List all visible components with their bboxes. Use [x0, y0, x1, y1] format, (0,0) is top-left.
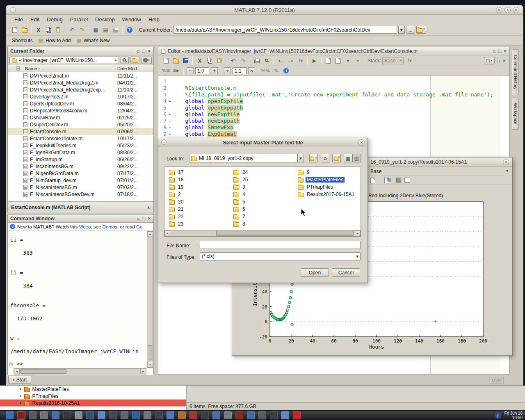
breadcrumb[interactable]: « InovImager_jwrCF_WINLinx150...: [9, 57, 119, 64]
expander-icon[interactable]: [20, 401, 22, 405]
new-script-button[interactable]: [10, 25, 19, 34]
shortcut-how-to-add[interactable]: How to Add: [46, 38, 71, 43]
open-file-button[interactable]: [20, 25, 29, 34]
folder-item[interactable]: 25: [233, 176, 295, 183]
maximize-panel-icon[interactable]: [498, 49, 501, 53]
code-line[interactable]: 5- global openExppath: [158, 105, 509, 111]
app-23-icon[interactable]: [258, 411, 266, 419]
panel-actions-button[interactable]: [141, 57, 152, 64]
folder-item[interactable]: 5: [233, 198, 295, 205]
folder-item[interactable]: 9: [297, 169, 359, 176]
paste-button[interactable]: [54, 25, 62, 34]
file-row[interactable]: F_NImStartup_dev.m07/01/2...: [8, 177, 153, 184]
app-24-icon[interactable]: [270, 411, 278, 419]
find-button[interactable]: [262, 56, 271, 65]
menu-help[interactable]: Help: [145, 15, 163, 24]
increment-value-button[interactable]: [211, 67, 218, 74]
shade-window-icon[interactable]: [496, 7, 502, 13]
find-files-button[interactable]: fx: [405, 56, 413, 65]
editor-icon[interactable]: [40, 411, 48, 419]
getting-started-link[interactable]: Ge: [136, 224, 142, 229]
file-row[interactable]: F_NIscanIntensBG.m07/03/2...: [8, 184, 153, 191]
code-line[interactable]: 9- global ExpOutmat: [158, 131, 509, 137]
software-update-icon[interactable]: [293, 411, 301, 419]
tab-workspace[interactable]: Workspace: [512, 98, 519, 130]
code-line[interactable]: 1: [158, 78, 509, 85]
save-button[interactable]: [181, 56, 190, 65]
scrollbar-thumb[interactable]: [148, 345, 152, 360]
expand-details-icon[interactable]: [147, 205, 150, 210]
cut-button[interactable]: [195, 56, 204, 65]
cancel-button[interactable]: Cancel: [332, 268, 360, 277]
clear-breakpoints-button[interactable]: ●: [334, 56, 342, 65]
gray-swatch-icon[interactable]: [396, 178, 401, 183]
command-window-titlebar[interactable]: Command Window: [8, 215, 153, 223]
go-forward-button[interactable]: [286, 56, 295, 65]
profiler-button[interactable]: [111, 25, 120, 34]
close-editor-icon[interactable]: [502, 58, 506, 63]
app-14-icon[interactable]: [155, 411, 163, 419]
dialog-menu-icon[interactable]: [161, 139, 167, 145]
folder-item[interactable]: 19: [168, 183, 231, 191]
editor-titlebar[interactable]: Editor - /media/data/EASY/InovImager_jwr…: [158, 47, 509, 55]
file-row[interactable]: DMPexcel2mat.m11/11/2...: [8, 72, 153, 79]
folder-item[interactable]: MasterPlateFiles: [297, 176, 359, 183]
folder-item[interactable]: 8: [233, 220, 295, 228]
decrement-value-button[interactable]: [187, 67, 194, 74]
list-view-button[interactable]: [344, 154, 352, 162]
new-folder-button[interactable]: [332, 154, 341, 162]
undock-editor-icon[interactable]: [497, 58, 500, 63]
dialog-titlebar[interactable]: Select input Master Plate text file: [158, 138, 368, 147]
file-row[interactable]: DpertsUploadDev.m08/04/2...: [8, 100, 153, 107]
insert-cell-button[interactable]: [162, 66, 170, 75]
expander-icon[interactable]: [20, 387, 22, 391]
app-12-icon[interactable]: [132, 411, 140, 419]
undock-icon[interactable]: [137, 49, 139, 53]
close-window-icon[interactable]: [513, 7, 519, 13]
undo-button[interactable]: [68, 25, 76, 34]
app-25-icon[interactable]: [281, 411, 289, 419]
gimp-icon[interactable]: [178, 411, 186, 419]
date-column-header[interactable]: Date Mod...: [117, 66, 153, 71]
scrollbar-thumb[interactable]: [21, 369, 66, 374]
command-horizontal-scrollbar[interactable]: [14, 368, 146, 374]
name-column-header[interactable]: Name: [25, 66, 37, 71]
evaluate-cell-button[interactable]: [172, 66, 180, 75]
new-document-icon[interactable]: [370, 178, 375, 183]
command-vertical-scrollbar[interactable]: [147, 231, 153, 368]
maximize-window-icon[interactable]: [504, 7, 511, 13]
chevron-down-icon[interactable]: [506, 169, 508, 173]
go-back-button[interactable]: [276, 56, 285, 65]
file-row[interactable]: DMPexcel2mat_MediaDrug2exp...11/10/2...: [8, 86, 153, 93]
close-panel-icon[interactable]: [148, 49, 151, 53]
look-in-dropdown-button[interactable]: [297, 154, 304, 162]
code-line[interactable]: 6- global newExpfile: [158, 111, 509, 118]
maximize-panel-icon[interactable]: [142, 49, 145, 53]
cell-value-2-field[interactable]: 1.1: [233, 67, 247, 74]
open-button[interactable]: Open: [301, 268, 329, 277]
folder-item[interactable]: 4: [233, 191, 295, 198]
file-row[interactable]: DshowRaw.m02/25/2...: [8, 114, 153, 121]
function-hints-button[interactable]: fx: [296, 56, 305, 65]
scrollbar-thumb[interactable]: [216, 231, 354, 236]
start-button[interactable]: Start: [8, 376, 31, 384]
fedora-swirl-icon[interactable]: f: [495, 412, 501, 419]
maximize-panel-icon[interactable]: [142, 217, 145, 221]
publish-button[interactable]: [272, 66, 280, 75]
redo-button[interactable]: [78, 25, 86, 34]
up-one-level-button[interactable]: [309, 154, 318, 162]
current-folder-path-input[interactable]: [173, 26, 397, 34]
cell-value-1-field[interactable]: 1.0: [195, 67, 209, 74]
menu-file[interactable]: File: [11, 15, 26, 24]
menu-edit[interactable]: Edit: [27, 15, 43, 24]
code-line[interactable]: 2 %EstartConsole.m: [158, 85, 509, 91]
folder-item[interactable]: 17: [168, 169, 231, 176]
close-panel-icon[interactable]: [148, 217, 151, 221]
demos-link[interactable]: Demos: [103, 224, 117, 229]
multiply-value-button[interactable]: [248, 67, 255, 74]
clock[interactable]: Fri Jun 16 10:50: [504, 411, 523, 420]
cell-info-button[interactable]: i: [282, 66, 290, 75]
current-folder-panel-titlebar[interactable]: Current Folder: [8, 47, 153, 55]
help-button[interactable]: ?: [125, 25, 134, 34]
up-folder-button[interactable]: [416, 26, 426, 34]
